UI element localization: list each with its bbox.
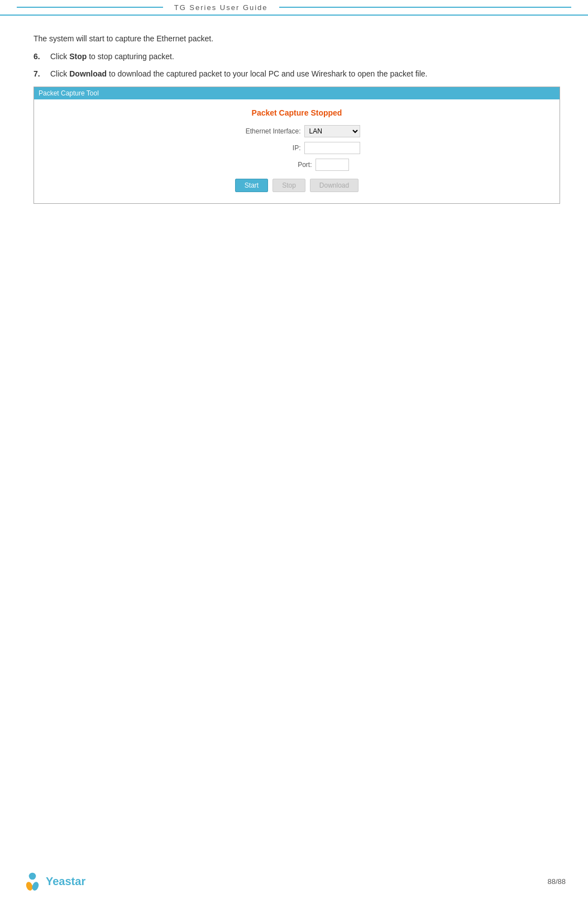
ip-label: IP:: [234, 144, 301, 152]
step-7-after: to download the captured packet to your …: [107, 69, 427, 78]
header-line-right: [279, 7, 571, 8]
svg-point-0: [29, 873, 36, 880]
footer-logo-text: Yeastar: [46, 875, 85, 888]
svg-point-2: [31, 881, 40, 891]
step-6-after: to stop capturing packet.: [87, 52, 174, 61]
ethernet-interface-row: Ethernet Interface: LAN WAN: [45, 125, 548, 137]
step-7-bold: Download: [69, 69, 107, 78]
capture-tool-body: Packet Capture Stopped Ethernet Interfac…: [34, 99, 560, 203]
step-6: 6. Click Stop to stop capturing packet.: [34, 50, 560, 63]
main-content: The system will start to capture the Eth…: [0, 16, 588, 221]
footer-logo: Yeastar: [22, 871, 85, 891]
step-6-text: Click Stop to stop capturing packet.: [50, 50, 560, 63]
step-7-number: 7.: [34, 68, 50, 80]
buttons-row: Start Stop Download: [45, 179, 548, 192]
intro-text: The system will start to capture the Eth…: [34, 32, 560, 45]
step-6-bold: Stop: [69, 52, 87, 61]
header-title: TG Series User Guide: [174, 3, 268, 12]
capture-status: Packet Capture Stopped: [45, 108, 548, 117]
ip-input[interactable]: [304, 142, 360, 154]
footer-page: 88/88: [547, 877, 566, 886]
start-button[interactable]: Start: [235, 179, 268, 192]
capture-tool-container: Packet Capture Tool Packet Capture Stopp…: [34, 87, 560, 204]
port-row: Port:: [45, 159, 548, 171]
step-7: 7. Click Download to download the captur…: [34, 68, 560, 80]
capture-tool-header: Packet Capture Tool: [34, 87, 560, 99]
header-line-left: [17, 7, 163, 8]
port-input[interactable]: [315, 159, 349, 171]
ethernet-interface-select[interactable]: LAN WAN: [304, 125, 360, 137]
header-bar: TG Series User Guide: [0, 0, 588, 16]
download-button[interactable]: Download: [310, 179, 358, 192]
step-6-number: 6.: [34, 50, 50, 63]
port-label: Port:: [245, 161, 312, 169]
stop-button[interactable]: Stop: [273, 179, 305, 192]
capture-tool-header-label: Packet Capture Tool: [39, 89, 99, 97]
footer: Yeastar 88/88: [0, 871, 588, 891]
step-7-text: Click Download to download the captured …: [50, 68, 560, 80]
ip-row: IP:: [45, 142, 548, 154]
yeastar-logo-icon: [22, 871, 42, 891]
ethernet-interface-label: Ethernet Interface:: [234, 127, 301, 135]
